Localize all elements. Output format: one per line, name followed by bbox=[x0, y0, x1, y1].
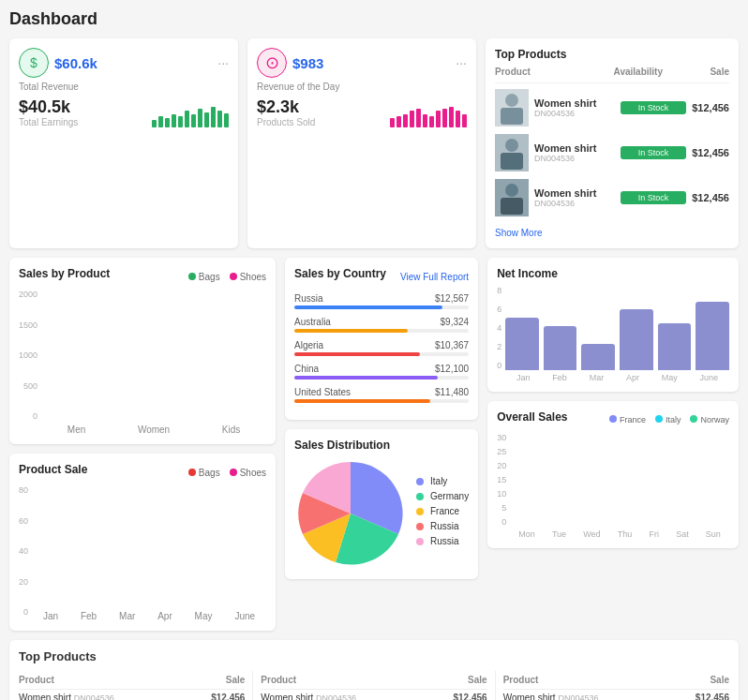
product-sale-legend: Bags Shoes bbox=[188, 468, 266, 478]
country-name: Australia bbox=[294, 317, 331, 327]
total-revenue-card: $ $60.6k ··· Total Revenue $40.5k Total … bbox=[9, 38, 238, 248]
total-revenue-big: $60.6k bbox=[54, 55, 97, 71]
product-name: Women shirt bbox=[534, 142, 621, 154]
revenue-mini-chart bbox=[152, 101, 229, 127]
product-sale-card: Product Sale Bags Shoes 806040200 bbox=[9, 454, 276, 631]
view-full-report-btn[interactable]: View Full Report bbox=[400, 272, 469, 282]
product-name: Women shirt bbox=[534, 187, 621, 199]
product-price: $12,456 bbox=[686, 192, 729, 203]
svg-rect-5 bbox=[501, 153, 523, 170]
country-value: $9,324 bbox=[441, 317, 470, 327]
svg-point-4 bbox=[505, 139, 518, 152]
table-row: Women shirt DN004536$12,456 bbox=[503, 690, 729, 700]
country-value: $12,567 bbox=[435, 293, 469, 304]
x-june: June bbox=[234, 611, 255, 621]
product-price: $12,456 bbox=[686, 102, 729, 113]
day-revenue-icon: ⊙ bbox=[257, 48, 287, 78]
ni-bar-feb bbox=[544, 326, 577, 370]
legend-bags-2: Bags bbox=[188, 468, 220, 478]
table-row: Women shirt DN004536 In Stock $12,456 bbox=[495, 89, 729, 127]
total-earnings-value: $40.5k bbox=[19, 97, 78, 117]
pie-chart bbox=[294, 457, 407, 570]
product-info: Women shirt DN004536 bbox=[534, 142, 621, 163]
bt-h-sale-3: Sale bbox=[654, 675, 729, 685]
product-info: Women shirt DN004536 bbox=[534, 187, 621, 208]
bottom-section-3: Product Sale Women shirt DN004536$12,456… bbox=[503, 671, 729, 700]
products-sold-label: Products Sold bbox=[257, 117, 315, 127]
total-earnings-label: Total Earnings bbox=[19, 117, 78, 127]
sales-by-country-card: Sales by Country View Full Report Russia… bbox=[285, 258, 478, 420]
product-image bbox=[495, 89, 529, 127]
availability-badge: In Stock bbox=[621, 101, 685, 114]
top-products-bottom-title: Top Products bbox=[19, 649, 729, 663]
overall-sales-chart: 302520151050 bbox=[497, 433, 729, 539]
revenue-more-btn[interactable]: ··· bbox=[217, 55, 229, 70]
legend-norway-overall: Norway bbox=[690, 415, 729, 424]
legend-shoes-2: Shoes bbox=[230, 468, 266, 478]
x-feb: Feb bbox=[81, 611, 97, 621]
x-label-women: Women bbox=[138, 424, 170, 435]
x-mar: Mar bbox=[119, 611, 135, 621]
day-revenue-label: Revenue of the Day bbox=[257, 82, 467, 92]
ni-bar-june bbox=[696, 302, 729, 370]
legend-bags: Bags bbox=[188, 272, 220, 282]
bt-header-2: Product Sale bbox=[261, 671, 486, 690]
tp-header-availability: Availability bbox=[599, 67, 677, 77]
ps-bars-container bbox=[32, 485, 266, 607]
net-income-card: Net Income 86420 bbox=[487, 258, 739, 392]
bt-header-3: Product Sale bbox=[503, 671, 729, 690]
country-china: China$12,100 bbox=[294, 364, 469, 380]
sales-by-country-title: Sales by Country bbox=[294, 267, 386, 280]
ni-bar-may bbox=[658, 323, 692, 370]
total-revenue-label: Total Revenue bbox=[19, 82, 229, 92]
net-income-title: Net Income bbox=[497, 267, 729, 280]
top-products-right-title: Top Products bbox=[495, 48, 729, 61]
sales-by-product-card: Sales by Product Bags Shoes 200015001000… bbox=[9, 258, 276, 444]
x-may: May bbox=[195, 611, 213, 621]
top-products-right-card: Top Products Product Availability Sale W… bbox=[486, 38, 739, 248]
overall-sales-title: Overall Sales bbox=[497, 410, 567, 424]
show-more-right-btn[interactable]: Show More bbox=[495, 228, 543, 238]
bottom-section-1: Product Sale Women shirt DN004536$12,456… bbox=[19, 671, 245, 700]
products-sold-value: $2.3k bbox=[257, 97, 315, 117]
country-value: $10,367 bbox=[435, 340, 469, 350]
overall-sales-card: Overall Sales France Italy Norway 302520… bbox=[487, 401, 739, 548]
day-revenue-big: $983 bbox=[292, 55, 323, 71]
availability-badge: In Stock bbox=[621, 191, 685, 204]
product-price: $12,456 bbox=[686, 147, 729, 158]
net-income-chart: 86420 JanFebMarAprMayJune bbox=[497, 286, 729, 382]
country-russia: Russia$12,567 bbox=[294, 293, 469, 309]
product-sale-title: Product Sale bbox=[19, 463, 87, 476]
country-name: China bbox=[294, 364, 319, 374]
sales-by-product-legend: Bags Shoes bbox=[188, 272, 266, 282]
product-image bbox=[495, 179, 529, 216]
sales-dist-title: Sales Distribution bbox=[294, 439, 469, 452]
country-australia: Australia$9,324 bbox=[294, 317, 469, 333]
product-sku: DN004536 bbox=[534, 199, 621, 208]
country-rows: Russia$12,567 Australia$9,324 Algeria$10… bbox=[294, 293, 469, 403]
day-revenue-more-btn[interactable]: ··· bbox=[456, 55, 467, 70]
top-products-bottom-card: Top Products Product Sale Women shirt DN… bbox=[9, 640, 739, 700]
legend-russia: Russia bbox=[416, 521, 469, 531]
ni-bar-mar bbox=[581, 344, 615, 370]
dashboard: Dashboard $ $60.6k ··· Total Revenue bbox=[0, 0, 748, 700]
legend-italy-overall: Italy bbox=[655, 415, 681, 424]
availability-badge: In Stock bbox=[621, 146, 685, 159]
chart-x-axis: Men Women Kids bbox=[41, 424, 266, 435]
table-divider bbox=[252, 671, 253, 700]
os-x-axis: MonTueWedThuFriSatSun bbox=[510, 529, 729, 539]
x-jan: Jan bbox=[43, 611, 58, 621]
bt-h-product-3: Product bbox=[503, 675, 654, 685]
country-us: United States$11,480 bbox=[294, 387, 469, 403]
table-row: Women shirt DN004536$12,456 bbox=[261, 690, 486, 700]
tp-header-sale: Sale bbox=[677, 67, 729, 77]
x-label-men: Men bbox=[67, 424, 85, 435]
sales-by-product-title: Sales by Product bbox=[19, 267, 110, 280]
country-name: Algeria bbox=[294, 340, 323, 350]
legend-france: France bbox=[416, 506, 469, 516]
bt-header-1: Product Sale bbox=[19, 671, 245, 690]
product-sku: DN004536 bbox=[534, 154, 621, 163]
svg-point-7 bbox=[505, 184, 518, 197]
legend-shoes: Shoes bbox=[230, 272, 266, 282]
legend-france-overall: France bbox=[609, 415, 646, 424]
